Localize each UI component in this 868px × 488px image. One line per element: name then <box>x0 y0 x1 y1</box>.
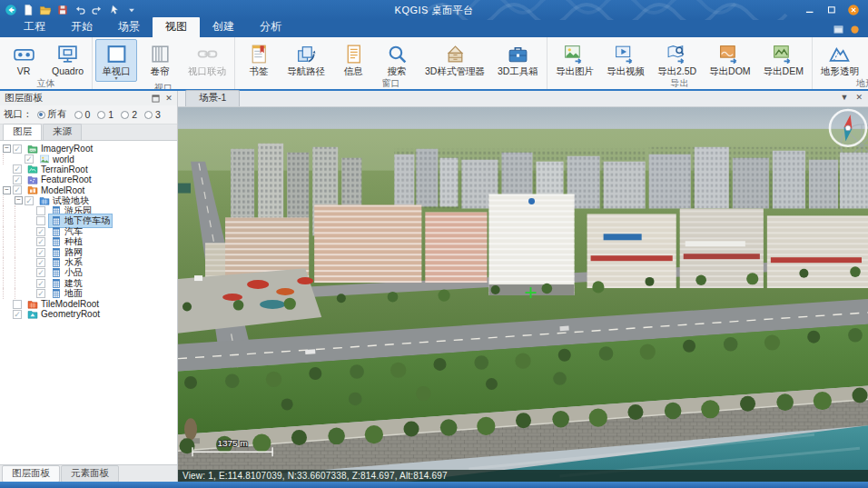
tree-expander-icon[interactable]: − <box>3 186 11 194</box>
scene-3d-render: 1375 m <box>178 107 868 482</box>
ribbon-item-single-viewport[interactable]: 单视口▾ <box>95 39 137 82</box>
scene-tab-dropdown-icon[interactable]: ▼ <box>841 93 849 102</box>
viewport-radio-1[interactable]: 1 <box>97 108 113 121</box>
single-viewport-icon <box>105 42 128 66</box>
ribbon-item-style-manager[interactable]: 3D样式管理器 <box>419 39 490 77</box>
title-bar: KQGIS 桌面平台 <box>0 0 868 20</box>
panel-bottom-tab-1[interactable]: 图层面板 <box>2 465 60 483</box>
radio-icon <box>144 111 153 119</box>
panel-tab-1[interactable]: 图层 <box>3 124 42 140</box>
viewport-radio-0[interactable]: 0 <box>74 108 91 121</box>
tree-expander-icon[interactable]: − <box>3 144 11 153</box>
ribbon-group-group: 地形透明地下模式地形 <box>813 37 868 89</box>
tree-item-label: GeometryRoot <box>41 309 100 319</box>
maximize-button[interactable] <box>823 3 841 17</box>
tree-expander-icon[interactable]: − <box>15 196 23 204</box>
tree-item-layer-9[interactable]: ✓种植 <box>3 237 177 247</box>
export-dem-icon <box>772 42 794 66</box>
tree-item-layer-10[interactable]: ✓路网 <box>3 247 177 257</box>
pointer-tool-button[interactable] <box>106 3 122 18</box>
ribbon-group-group: 导出图片导出视频导出2.5D导出DOM导出DEM导出 <box>547 37 813 89</box>
new-file-button[interactable] <box>20 3 35 18</box>
tree-checkbox[interactable]: ✓ <box>36 248 45 257</box>
viewport-radio-2[interactable]: 2 <box>121 108 137 121</box>
tree-checkbox[interactable]: ✓ <box>25 196 34 205</box>
ribbon-item-bookmark[interactable]: 书签 <box>238 39 280 77</box>
tree-checkbox[interactable]: ✓ <box>36 227 45 236</box>
tree-item-layer-12[interactable]: ✓小品 <box>3 268 177 278</box>
ribbon-item-swipe-curtain[interactable]: 卷帘 <box>139 39 181 82</box>
app-logo[interactable] <box>3 3 18 18</box>
tree-checkbox[interactable]: ✓ <box>36 268 45 277</box>
tree-checkbox[interactable]: ✓ <box>13 164 22 174</box>
window-style-icon[interactable] <box>833 24 844 35</box>
ribbon-item-terrain-transparent[interactable]: 地形透明 <box>815 39 864 77</box>
tree-checkbox[interactable]: ✓ <box>13 185 22 194</box>
tree-item-layer-13[interactable]: ✓建筑 <box>3 278 177 288</box>
viewport-radio-3[interactable]: 3 <box>144 108 161 121</box>
compass-widget[interactable] <box>830 110 866 146</box>
tree-checkbox[interactable]: ✓ <box>36 279 45 288</box>
ribbon-tab-6[interactable]: 分析 <box>247 17 294 37</box>
ribbon-tab-1[interactable]: 工程 <box>11 17 58 37</box>
ribbon-item-export-25d[interactable]: 导出2.5D <box>652 39 702 77</box>
viewport-radio-0[interactable]: 所有 <box>37 108 67 121</box>
tree-checkbox[interactable]: ✓ <box>36 237 45 246</box>
scene-tab[interactable]: 场景-1 <box>185 90 240 106</box>
tree-checkbox[interactable] <box>36 206 45 215</box>
ribbon-group-group: 书签导航路径信息搜索3D样式管理器3D工具箱窗口 <box>235 37 547 89</box>
panel-close-icon[interactable]: ✕ <box>163 93 174 104</box>
ribbon-item-info-doc[interactable]: 信息 <box>332 39 374 77</box>
scene-tab-close-icon[interactable]: ✕ <box>855 93 863 102</box>
radio-icon <box>37 111 45 119</box>
ribbon-item-toolbox[interactable]: 3D工具箱 <box>492 39 544 77</box>
save-button[interactable] <box>54 3 70 18</box>
export-image-icon <box>563 42 586 66</box>
tree-checkbox[interactable] <box>13 300 22 309</box>
panel-bottom-tab-2[interactable]: 元素面板 <box>61 465 119 483</box>
skin-icon[interactable] <box>849 24 861 35</box>
viewport-filter-label: 视口： <box>4 108 33 121</box>
undo-button[interactable] <box>72 3 87 18</box>
quadro-monitor-icon <box>56 42 79 66</box>
tree-checkbox[interactable]: ✓ <box>36 258 45 267</box>
ribbon-item-vr-goggles[interactable]: VR <box>3 39 44 77</box>
quick-access-dropdown[interactable] <box>123 3 139 18</box>
minimize-button[interactable] <box>801 3 819 17</box>
ribbon-item-export-dom[interactable]: 导出DOM <box>704 39 756 77</box>
folder-geometry-icon <box>27 309 38 320</box>
ribbon-item-search[interactable]: 搜索 <box>376 39 418 77</box>
info-doc-icon <box>342 42 365 66</box>
ribbon-item-export-dem[interactable]: 导出DEM <box>758 39 809 77</box>
tree-item-geometryroot[interactable]: ✓GeometryRoot <box>3 309 177 319</box>
panel-float-icon[interactable] <box>150 93 161 104</box>
panel-tab-2[interactable]: 来源 <box>43 124 82 140</box>
vr-goggles-icon <box>13 42 35 66</box>
open-file-button[interactable] <box>37 3 53 18</box>
tree-item-layer-7[interactable]: 地下停车场 <box>3 216 177 226</box>
ribbon-item-export-video[interactable]: 导出视频 <box>601 39 650 77</box>
viewport-radio-group: 所有0123 <box>37 108 161 121</box>
tree-item-imageryroot[interactable]: −✓ImageryRoot <box>3 144 177 154</box>
ribbon-item-export-image[interactable]: 导出图片 <box>550 39 599 77</box>
radio-icon <box>74 111 83 119</box>
close-button[interactable] <box>844 3 863 17</box>
status-bar: View: 1, E:114.8107039, N:33.6607338, Z:… <box>178 470 868 482</box>
ribbon-tab-4[interactable]: 视图 <box>153 17 200 37</box>
ribbon-tab-3[interactable]: 场景 <box>105 17 153 37</box>
ribbon-tab-2[interactable]: 开始 <box>58 17 105 37</box>
tree-checkbox[interactable]: ✓ <box>13 310 22 319</box>
quick-access-toolbar <box>0 3 139 18</box>
ribbon-group-group: VRQuadro立体 <box>0 37 93 89</box>
kqgis-window: KQGIS 桌面平台 工程开始场景视图创建分析 VRQuadro立体单视口▾卷帘… <box>0 0 868 488</box>
tree-checkbox[interactable]: ✓ <box>13 175 22 184</box>
tree-item-layer-11[interactable]: ✓水系 <box>3 257 177 267</box>
scene-canvas[interactable]: 1375 m View: 1, E:114.8107039, N:33.6607… <box>178 107 868 482</box>
ribbon-item-nav-path[interactable]: 导航路径 <box>281 39 330 77</box>
tree-checkbox[interactable] <box>36 216 45 225</box>
ribbon-item-quadro-monitor[interactable]: Quadro <box>46 39 89 77</box>
ribbon-tab-5[interactable]: 创建 <box>200 17 247 37</box>
redo-button[interactable] <box>89 3 104 18</box>
terrain-transparent-icon <box>828 42 851 66</box>
tree-checkbox[interactable]: ✓ <box>13 144 22 154</box>
